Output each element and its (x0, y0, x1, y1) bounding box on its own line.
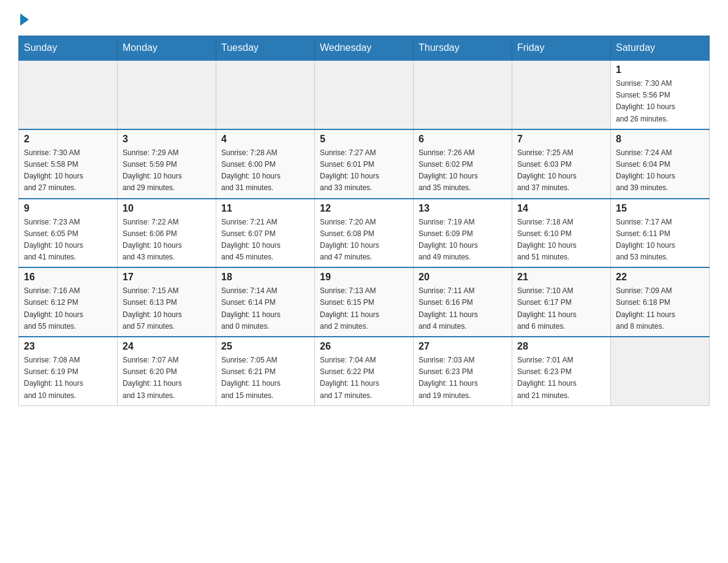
day-number: 20 (419, 272, 507, 283)
day-info: Sunrise: 7:13 AMSunset: 6:15 PMDaylight:… (320, 285, 408, 332)
calendar-cell: 16Sunrise: 7:16 AMSunset: 6:12 PMDayligh… (19, 267, 118, 337)
weekday-header-monday: Monday (118, 36, 216, 61)
day-info: Sunrise: 7:21 AMSunset: 6:07 PMDaylight:… (221, 216, 309, 264)
day-number: 11 (221, 203, 309, 214)
calendar-cell: 20Sunrise: 7:11 AMSunset: 6:16 PMDayligh… (414, 267, 512, 337)
calendar-cell (216, 60, 315, 129)
day-number: 8 (616, 134, 704, 145)
calendar-cell: 1Sunrise: 7:30 AMSunset: 5:56 PMDaylight… (611, 60, 710, 129)
day-info: Sunrise: 7:22 AMSunset: 6:06 PMDaylight:… (123, 216, 211, 264)
calendar-cell: 21Sunrise: 7:10 AMSunset: 6:17 PMDayligh… (512, 267, 611, 337)
calendar-cell: 17Sunrise: 7:15 AMSunset: 6:13 PMDayligh… (118, 267, 216, 337)
calendar-cell: 19Sunrise: 7:13 AMSunset: 6:15 PMDayligh… (315, 267, 414, 337)
day-number: 21 (517, 272, 605, 283)
calendar-cell: 8Sunrise: 7:24 AMSunset: 6:04 PMDaylight… (611, 129, 710, 199)
calendar-cell: 24Sunrise: 7:07 AMSunset: 6:20 PMDayligh… (118, 337, 216, 405)
calendar-cell: 4Sunrise: 7:28 AMSunset: 6:00 PMDaylight… (216, 129, 315, 199)
calendar-cell: 12Sunrise: 7:20 AMSunset: 6:08 PMDayligh… (315, 199, 414, 268)
day-info: Sunrise: 7:15 AMSunset: 6:13 PMDaylight:… (123, 285, 211, 332)
calendar-cell: 27Sunrise: 7:03 AMSunset: 6:23 PMDayligh… (414, 337, 512, 405)
day-info: Sunrise: 7:30 AMSunset: 5:58 PMDaylight:… (24, 147, 112, 194)
day-number: 5 (320, 134, 408, 145)
day-info: Sunrise: 7:27 AMSunset: 6:01 PMDaylight:… (320, 147, 408, 194)
day-info: Sunrise: 7:04 AMSunset: 6:22 PMDaylight:… (320, 354, 408, 402)
day-number: 2 (24, 134, 112, 145)
day-number: 28 (517, 341, 605, 352)
day-info: Sunrise: 7:20 AMSunset: 6:08 PMDaylight:… (320, 216, 408, 264)
week-row-5: 23Sunrise: 7:08 AMSunset: 6:19 PMDayligh… (19, 337, 710, 405)
calendar-cell: 9Sunrise: 7:23 AMSunset: 6:05 PMDaylight… (19, 199, 118, 268)
calendar-cell (118, 60, 216, 129)
calendar-cell: 2Sunrise: 7:30 AMSunset: 5:58 PMDaylight… (19, 129, 118, 199)
day-number: 19 (320, 272, 408, 283)
day-info: Sunrise: 7:17 AMSunset: 6:11 PMDaylight:… (616, 216, 704, 264)
calendar-cell: 26Sunrise: 7:04 AMSunset: 6:22 PMDayligh… (315, 337, 414, 405)
day-number: 26 (320, 341, 408, 352)
weekday-header-saturday: Saturday (611, 36, 710, 61)
calendar-cell: 3Sunrise: 7:29 AMSunset: 5:59 PMDaylight… (118, 129, 216, 199)
calendar-cell: 22Sunrise: 7:09 AMSunset: 6:18 PMDayligh… (611, 267, 710, 337)
calendar-cell (19, 60, 118, 129)
day-number: 12 (320, 203, 408, 214)
day-info: Sunrise: 7:18 AMSunset: 6:10 PMDaylight:… (517, 216, 605, 264)
day-info: Sunrise: 7:26 AMSunset: 6:02 PMDaylight:… (419, 147, 507, 194)
day-info: Sunrise: 7:23 AMSunset: 6:05 PMDaylight:… (24, 216, 112, 264)
weekday-header-row: SundayMondayTuesdayWednesdayThursdayFrid… (19, 36, 710, 61)
calendar-cell: 13Sunrise: 7:19 AMSunset: 6:09 PMDayligh… (414, 199, 512, 268)
day-number: 23 (24, 341, 112, 352)
day-number: 1 (616, 64, 704, 75)
calendar-cell: 15Sunrise: 7:17 AMSunset: 6:11 PMDayligh… (611, 199, 710, 268)
calendar-cell: 18Sunrise: 7:14 AMSunset: 6:14 PMDayligh… (216, 267, 315, 337)
week-row-1: 1Sunrise: 7:30 AMSunset: 5:56 PMDaylight… (19, 60, 710, 129)
calendar-cell: 11Sunrise: 7:21 AMSunset: 6:07 PMDayligh… (216, 199, 315, 268)
day-info: Sunrise: 7:16 AMSunset: 6:12 PMDaylight:… (24, 285, 112, 332)
day-number: 22 (616, 272, 704, 283)
calendar-cell (611, 337, 710, 405)
day-number: 27 (419, 341, 507, 352)
day-number: 13 (419, 203, 507, 214)
day-info: Sunrise: 7:29 AMSunset: 5:59 PMDaylight:… (123, 147, 211, 194)
weekday-header-wednesday: Wednesday (315, 36, 414, 61)
weekday-header-tuesday: Tuesday (216, 36, 315, 61)
week-row-3: 9Sunrise: 7:23 AMSunset: 6:05 PMDaylight… (19, 199, 710, 268)
day-number: 9 (24, 203, 112, 214)
calendar-cell (414, 60, 512, 129)
day-number: 3 (123, 134, 211, 145)
calendar-cell: 25Sunrise: 7:05 AMSunset: 6:21 PMDayligh… (216, 337, 315, 405)
day-number: 4 (221, 134, 309, 145)
day-info: Sunrise: 7:01 AMSunset: 6:23 PMDaylight:… (517, 354, 605, 402)
calendar-cell: 14Sunrise: 7:18 AMSunset: 6:10 PMDayligh… (512, 199, 611, 268)
logo (18, 12, 29, 23)
calendar-cell: 23Sunrise: 7:08 AMSunset: 6:19 PMDayligh… (19, 337, 118, 405)
day-number: 25 (221, 341, 309, 352)
calendar-cell: 7Sunrise: 7:25 AMSunset: 6:03 PMDaylight… (512, 129, 611, 199)
day-info: Sunrise: 7:03 AMSunset: 6:23 PMDaylight:… (419, 354, 507, 402)
day-number: 14 (517, 203, 605, 214)
day-info: Sunrise: 7:24 AMSunset: 6:04 PMDaylight:… (616, 147, 704, 194)
week-row-4: 16Sunrise: 7:16 AMSunset: 6:12 PMDayligh… (19, 267, 710, 337)
day-info: Sunrise: 7:10 AMSunset: 6:17 PMDaylight:… (517, 285, 605, 332)
calendar-cell (512, 60, 611, 129)
day-info: Sunrise: 7:14 AMSunset: 6:14 PMDaylight:… (221, 285, 309, 332)
calendar-cell: 6Sunrise: 7:26 AMSunset: 6:02 PMDaylight… (414, 129, 512, 199)
day-info: Sunrise: 7:08 AMSunset: 6:19 PMDaylight:… (24, 354, 112, 402)
day-info: Sunrise: 7:11 AMSunset: 6:16 PMDaylight:… (419, 285, 507, 332)
day-info: Sunrise: 7:05 AMSunset: 6:21 PMDaylight:… (221, 354, 309, 402)
day-number: 7 (517, 134, 605, 145)
day-number: 6 (419, 134, 507, 145)
weekday-header-sunday: Sunday (19, 36, 118, 61)
calendar-cell: 28Sunrise: 7:01 AMSunset: 6:23 PMDayligh… (512, 337, 611, 405)
calendar-cell (315, 60, 414, 129)
day-number: 10 (123, 203, 211, 214)
day-number: 24 (123, 341, 211, 352)
day-number: 18 (221, 272, 309, 283)
day-number: 16 (24, 272, 112, 283)
calendar-cell: 10Sunrise: 7:22 AMSunset: 6:06 PMDayligh… (118, 199, 216, 268)
day-info: Sunrise: 7:19 AMSunset: 6:09 PMDaylight:… (419, 216, 507, 264)
day-number: 17 (123, 272, 211, 283)
day-number: 15 (616, 203, 704, 214)
day-info: Sunrise: 7:25 AMSunset: 6:03 PMDaylight:… (517, 147, 605, 194)
calendar-table: SundayMondayTuesdayWednesdayThursdayFrid… (18, 36, 710, 406)
logo-arrow-icon (20, 13, 29, 26)
calendar-cell: 5Sunrise: 7:27 AMSunset: 6:01 PMDaylight… (315, 129, 414, 199)
